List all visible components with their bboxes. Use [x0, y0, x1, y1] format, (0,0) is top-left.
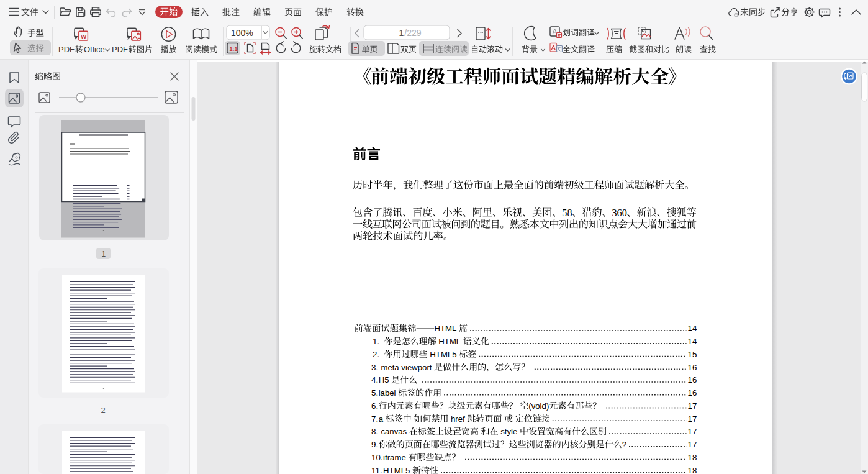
- svg-text:3.: 3.: [371, 363, 378, 372]
- svg-text:11.: 11.: [371, 466, 382, 474]
- svg-text:href: href: [451, 414, 465, 424]
- svg-text:4.: 4.: [371, 375, 378, 385]
- svg-text:label: label: [379, 388, 396, 398]
- svg-text:1.: 1.: [373, 337, 379, 346]
- svg-text:8.: 8.: [371, 427, 378, 436]
- svg-text:H5: H5: [379, 375, 389, 385]
- svg-text:W: W: [81, 33, 86, 40]
- svg-text:HTML5: HTML5: [430, 350, 456, 359]
- svg-text:style: style: [500, 427, 517, 436]
- svg-text:18: 18: [688, 466, 697, 474]
- svg-text:PDF: PDF: [58, 45, 75, 54]
- svg-text:?: ?: [622, 440, 626, 449]
- svg-text:(void): (void): [528, 401, 549, 411]
- svg-text:18: 18: [688, 453, 697, 462]
- svg-text:6.: 6.: [371, 401, 378, 411]
- svg-text:14: 14: [688, 324, 697, 333]
- svg-text:16: 16: [688, 363, 697, 372]
- svg-text:1:1: 1:1: [229, 46, 237, 52]
- svg-text:iframe: iframe: [383, 453, 406, 462]
- svg-text:17: 17: [688, 427, 697, 436]
- svg-text:16: 16: [688, 375, 697, 385]
- svg-text:9.: 9.: [371, 440, 378, 449]
- svg-text:17: 17: [688, 414, 697, 424]
- svg-text:7.: 7.: [371, 414, 378, 424]
- svg-text:14: 14: [688, 337, 697, 346]
- svg-text:360: 360: [612, 207, 627, 219]
- svg-text:a: a: [379, 414, 384, 424]
- svg-text:10.: 10.: [371, 453, 383, 462]
- svg-text:/229: /229: [404, 28, 421, 38]
- svg-text:17: 17: [688, 401, 697, 411]
- svg-text:Office: Office: [84, 45, 105, 54]
- svg-text:HTML: HTML: [438, 337, 461, 346]
- svg-text:canvas: canvas: [381, 427, 407, 436]
- svg-text:58: 58: [562, 207, 572, 219]
- svg-text:HTML5: HTML5: [383, 466, 410, 474]
- svg-text:2.: 2.: [373, 350, 379, 359]
- svg-text:100%: 100%: [231, 28, 253, 38]
- svg-text:HTML: HTML: [434, 324, 456, 333]
- svg-text:17: 17: [688, 440, 697, 449]
- svg-text:1: 1: [399, 28, 404, 38]
- svg-text:5.: 5.: [371, 388, 378, 398]
- svg-text:2: 2: [101, 406, 106, 415]
- svg-text:PDF: PDF: [112, 45, 128, 54]
- svg-text:16: 16: [688, 388, 697, 398]
- svg-text:meta viewport: meta viewport: [381, 363, 432, 372]
- svg-text:1: 1: [102, 250, 106, 258]
- svg-text:15: 15: [688, 350, 697, 359]
